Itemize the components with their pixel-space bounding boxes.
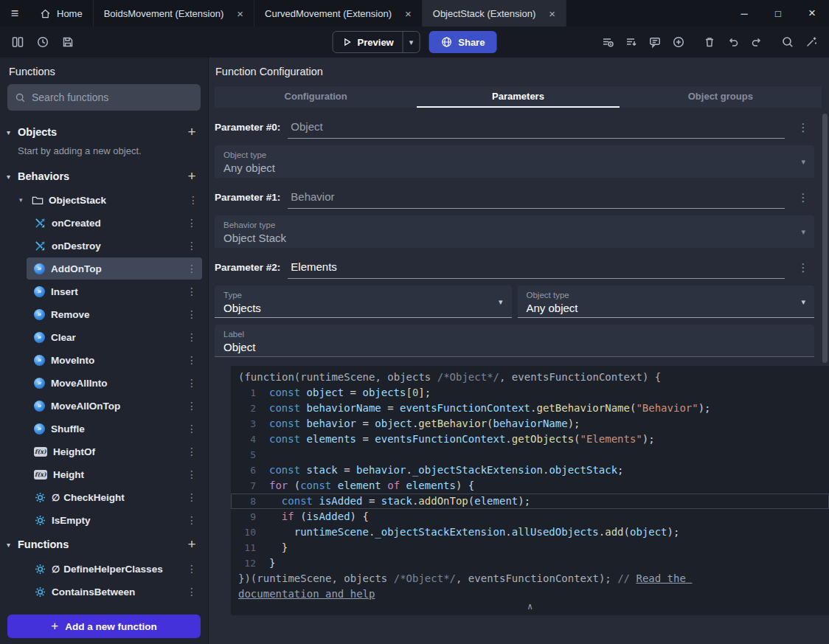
item-menu-icon[interactable]: ⋮ (184, 563, 199, 575)
item-menu-icon[interactable]: ⋮ (184, 423, 199, 434)
tab-close-icon[interactable]: × (237, 8, 243, 19)
theme-wand-icon[interactable] (801, 32, 822, 52)
parameter-name-input[interactable]: Behavior (288, 189, 785, 209)
redo-icon[interactable] (746, 32, 767, 52)
parameter-menu-icon[interactable]: ⋮ (792, 191, 814, 209)
function-item-addontop[interactable]: AddOnTop⋮ (27, 257, 202, 280)
tab-objectstack-extension-[interactable]: ObjectStack (Extension)× (423, 0, 566, 27)
code-line[interactable]: 12} (231, 555, 829, 571)
collapse-editor-icon[interactable]: ∧ (231, 602, 829, 614)
section-header-functions[interactable]: ▾Functions+ (0, 532, 208, 557)
code-line[interactable]: 4const elements = eventsFunctionContext.… (231, 432, 829, 447)
preview-options-chevron-icon[interactable]: ▾ (403, 32, 420, 52)
tab-home[interactable]: Home (30, 0, 94, 27)
function-item-insert[interactable]: Insert⋮ (27, 280, 202, 302)
close-button[interactable]: × (795, 0, 829, 27)
main-menu-icon[interactable]: ≡ (0, 0, 30, 27)
network-preview-icon[interactable] (621, 32, 642, 52)
share-button[interactable]: Share (429, 31, 496, 53)
code-line[interactable]: 7for (const element of elements) { (231, 478, 829, 494)
item-menu-icon[interactable]: ⋮ (184, 285, 199, 297)
add-circle-icon[interactable] (668, 32, 689, 52)
add-new-function-button[interactable]: + Add a new function (7, 614, 201, 638)
function-item-checkheight[interactable]: ∅CheckHeight⋮ (27, 486, 202, 508)
tab-curvedmovement-extension-[interactable]: CurvedMovement (Extension)× (254, 0, 423, 27)
code-line[interactable]: 9 if (isAdded) { (231, 509, 829, 524)
code-line[interactable]: 2const behaviorName = eventsFunctionCont… (231, 401, 829, 416)
preview-button[interactable]: Preview ▾ (333, 31, 420, 53)
feedback-icon[interactable] (645, 32, 665, 52)
function-item-height[interactable]: f(x)Height⋮ (27, 463, 202, 485)
behavior-type-dropdown[interactable]: Behavior typeObject Stack▾ (215, 215, 814, 248)
tab-boidsmovement-extension-[interactable]: BoidsMovement (Extension)× (94, 0, 254, 27)
tab-close-icon[interactable]: × (405, 8, 412, 19)
code-editor[interactable]: (function(runtimeScene, objects /*Object… (231, 366, 829, 615)
undo-icon[interactable] (723, 32, 743, 52)
label-input[interactable]: LabelObject (215, 325, 814, 357)
function-item-heightof[interactable]: f(x)HeightOf⋮ (27, 440, 202, 463)
function-item-moveallontop[interactable]: MoveAllOnTop⋮ (27, 395, 202, 417)
function-item-ondestroy[interactable]: onDestroy⋮ (27, 235, 202, 257)
type-dropdown[interactable]: TypeObjects▾ (215, 285, 512, 318)
tab-configuration[interactable]: Configuration (215, 86, 417, 108)
layout-columns-icon[interactable] (7, 32, 28, 52)
parameter-menu-icon[interactable]: ⋮ (792, 121, 814, 139)
function-item-moveallinto[interactable]: MoveAllInto⋮ (27, 372, 202, 394)
function-item-isempty[interactable]: IsEmpty⋮ (27, 509, 202, 531)
item-menu-icon[interactable]: ⋮ (184, 514, 199, 526)
code-line[interactable]: 8 const isAdded = stack.addOnTop(element… (231, 494, 829, 509)
code-line[interactable]: 3const behavior = object.getBehavior(beh… (231, 416, 829, 432)
item-menu-icon[interactable]: ⋮ (184, 354, 199, 366)
item-menu-icon[interactable]: ⋮ (184, 400, 199, 412)
behavior-folder-objectstack[interactable]: ▾ObjectStack⋮ (0, 189, 208, 211)
item-menu-icon[interactable]: ⋮ (184, 491, 199, 503)
code-line[interactable]: 11 } (231, 540, 829, 555)
history-clock-icon[interactable] (32, 32, 53, 52)
tab-object-groups[interactable]: Object groups (620, 86, 822, 108)
parameter-menu-icon[interactable]: ⋮ (792, 261, 814, 279)
function-item-shuffle[interactable]: Shuffle⋮ (27, 418, 202, 440)
item-menu-icon[interactable]: ⋮ (184, 308, 199, 320)
trash-icon[interactable] (699, 32, 720, 52)
tab-parameters[interactable]: Parameters (417, 86, 619, 108)
maximize-button[interactable]: □ (761, 0, 795, 27)
code-line[interactable]: 10 runtimeScene._objectStackExtension.al… (231, 524, 829, 540)
scrollbar-track[interactable] (822, 111, 828, 641)
minimize-button[interactable]: ─ (727, 0, 761, 27)
function-item-remove[interactable]: Remove⋮ (27, 303, 202, 325)
item-menu-icon[interactable]: ⋮ (184, 468, 199, 480)
function-item-oncreated[interactable]: onCreated⋮ (27, 212, 202, 234)
item-menu-icon[interactable]: ⋮ (184, 377, 199, 389)
code-line[interactable]: 6const stack = behavior._objectStackExte… (231, 463, 829, 478)
item-menu-icon[interactable]: ⋮ (186, 194, 201, 206)
function-item-definehelperclasses[interactable]: ∅DefineHelperClasses⋮ (27, 558, 202, 580)
debugger-icon[interactable] (597, 32, 618, 52)
add-functions-icon[interactable]: + (183, 536, 201, 553)
add-objects-icon[interactable]: + (183, 124, 201, 140)
add-behaviors-icon[interactable]: + (183, 168, 201, 184)
item-menu-icon[interactable]: ⋮ (184, 446, 199, 457)
scrollbar-thumb[interactable] (822, 114, 828, 363)
item-menu-icon[interactable]: ⋮ (184, 240, 199, 252)
section-header-objects[interactable]: ▾Objects+ (0, 120, 208, 145)
search-functions-input[interactable] (32, 91, 193, 103)
item-menu-icon[interactable]: ⋮ (184, 217, 199, 229)
code-line[interactable]: 5 (231, 447, 829, 463)
save-icon[interactable] (58, 32, 78, 52)
parameter-name-input[interactable]: Elements (288, 259, 785, 279)
tab-close-icon[interactable]: × (549, 8, 555, 19)
object-type-dropdown[interactable]: Object typeAny object▾ (215, 145, 814, 178)
parameter-name-input[interactable]: Object (288, 119, 785, 139)
item-menu-icon[interactable]: ⋮ (184, 586, 199, 598)
code-line[interactable]: 1const object = objects[0]; (231, 385, 829, 401)
item-menu-icon[interactable]: ⋮ (184, 263, 199, 274)
object-type-dropdown[interactable]: Object typeAny object▾ (518, 285, 815, 318)
function-item-moveinto[interactable]: MoveInto⋮ (27, 349, 202, 371)
section-header-behaviors[interactable]: ▾Behaviors+ (0, 164, 208, 189)
function-item-containsbetween[interactable]: ContainsBetween⋮ (27, 581, 202, 603)
preview-main[interactable]: Preview (333, 37, 403, 48)
search-functions-box[interactable] (7, 84, 201, 111)
function-item-clear[interactable]: Clear⋮ (27, 326, 202, 348)
item-menu-icon[interactable]: ⋮ (184, 331, 199, 343)
search-icon[interactable] (777, 32, 798, 52)
